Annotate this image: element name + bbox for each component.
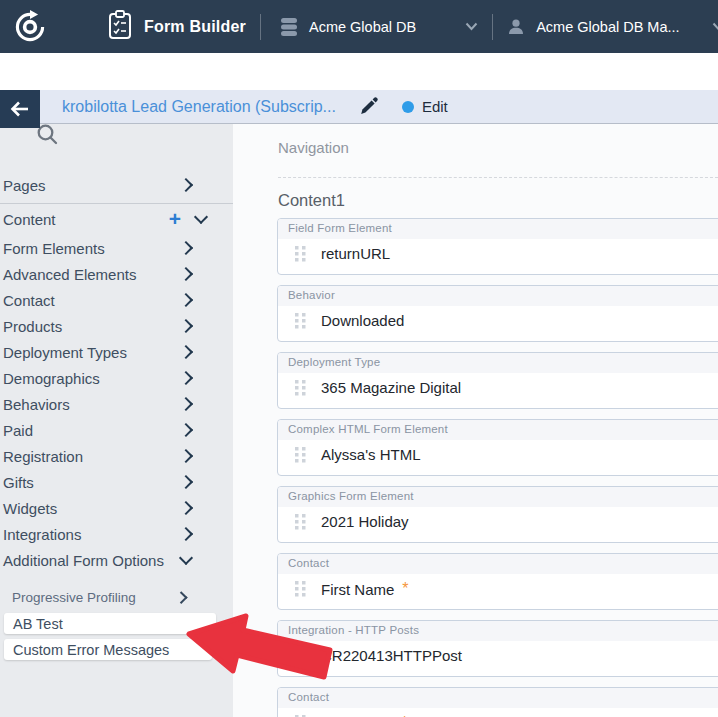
card-value: CR220413HTTPPost <box>321 647 462 664</box>
card-category: Graphics Form Element <box>278 487 718 507</box>
drag-handle-icon[interactable] <box>295 447 306 463</box>
sidebar-item-content[interactable]: Content + <box>0 206 233 232</box>
sidebar-item-label: AB Test <box>13 616 63 632</box>
chevron-right-icon <box>179 241 193 255</box>
sidebar-item-behaviors[interactable]: Behaviors <box>0 391 233 417</box>
drag-handle-icon[interactable] <box>295 380 306 396</box>
sidebar-item-label: Behaviors <box>3 396 70 413</box>
form-element-card-2021-holiday[interactable]: Graphics Form Element 2021 Holiday <box>277 486 718 543</box>
sidebar-divider <box>0 203 233 204</box>
card-category: Field Form Element <box>278 219 718 239</box>
drag-handle-icon[interactable] <box>295 246 306 262</box>
sidebar-item-label: Paid <box>3 422 33 439</box>
sidebar-item-gifts[interactable]: Gifts <box>0 469 233 495</box>
user-icon <box>507 18 525 36</box>
card-category: Contact <box>278 554 718 574</box>
card-category: Complex HTML Form Element <box>278 420 718 440</box>
form-element-card-first-name[interactable]: Contact First Name * <box>277 553 718 610</box>
card-value: Alyssa's HTML <box>321 446 421 463</box>
edit-status-dot <box>402 101 414 113</box>
sidebar-item-products[interactable]: Products <box>0 313 233 339</box>
chevron-right-icon <box>179 423 193 437</box>
chevron-right-icon <box>179 345 193 359</box>
database-chevron-down-icon[interactable] <box>465 22 478 31</box>
card-category: Deployment Type <box>278 353 718 373</box>
app-title: Form Builder <box>144 18 246 36</box>
page-header: krobilotta Lead Generation (Subscrip... … <box>0 90 718 124</box>
sidebar-item-contact[interactable]: Contact <box>0 287 233 313</box>
sidebar-content-list: Form Elements Advanced Elements Contact … <box>0 235 233 573</box>
drag-handle-icon[interactable] <box>295 313 306 329</box>
form-element-card-last-name[interactable]: Contact Last Name * <box>277 687 718 717</box>
sidebar-item-label: Content <box>3 211 56 228</box>
database-selector[interactable]: Acme Global DB <box>280 17 416 37</box>
chevron-right-icon <box>179 371 193 385</box>
card-value: First Name <box>321 581 394 598</box>
drag-handle-icon[interactable] <box>295 514 306 530</box>
form-element-card-downloaded[interactable]: Behavior Downloaded <box>277 285 718 342</box>
chevron-right-icon <box>179 178 193 192</box>
sidebar-item-label: Advanced Elements <box>3 266 136 283</box>
sidebar-item-label: Products <box>3 318 62 335</box>
topbar: Form Builder Acme Global DB Acme Global … <box>0 0 718 53</box>
sidebar-item-form-elements[interactable]: Form Elements <box>0 235 233 261</box>
card-value: returnURL <box>321 245 390 262</box>
card-category: Contact <box>278 688 718 708</box>
topbar-divider <box>492 14 493 40</box>
sidebar-item-registration[interactable]: Registration <box>0 443 233 469</box>
chevron-right-icon <box>179 267 193 281</box>
topbar-divider <box>260 14 261 40</box>
user-selector-label: Acme Global DB Ma... <box>536 19 679 35</box>
sidebar-item-widgets[interactable]: Widgets <box>0 495 233 521</box>
sidebar-item-paid[interactable]: Paid <box>0 417 233 443</box>
card-category: Behavior <box>278 286 718 306</box>
drag-handle-icon[interactable] <box>295 581 306 597</box>
edit-pencil-icon[interactable] <box>358 97 378 117</box>
user-selector[interactable]: Acme Global DB Ma... <box>507 18 679 36</box>
back-button[interactable] <box>0 90 40 128</box>
sidebar-item-label: Progressive Profiling <box>12 590 136 605</box>
database-icon <box>280 17 298 37</box>
form-builder-icon <box>108 10 132 44</box>
sidebar-item-label: Widgets <box>3 500 57 517</box>
chevron-right-icon <box>179 293 193 307</box>
sidebar-item-deployment-types[interactable]: Deployment Types <box>0 339 233 365</box>
form-element-card-returnurl[interactable]: Field Form Element returnURL <box>277 218 718 275</box>
edit-status-label: Edit <box>422 98 448 115</box>
drag-handle-icon[interactable] <box>295 648 306 664</box>
add-content-icon[interactable]: + <box>169 209 181 229</box>
app-logo-icon[interactable] <box>12 9 48 45</box>
sidebar-item-demographics[interactable]: Demographics <box>0 365 233 391</box>
sidebar-item-label: Demographics <box>3 370 100 387</box>
search-icon[interactable] <box>36 132 59 149</box>
section-title: Navigation <box>278 139 349 156</box>
sidebar-item-custom-error-messages[interactable]: Custom Error Messages <box>4 639 212 660</box>
sidebar-item-label: Contact <box>3 292 55 309</box>
sidebar-item-label: Registration <box>3 448 83 465</box>
form-element-card-http-post[interactable]: Integration - HTTP Posts CR220413HTTPPos… <box>277 620 718 677</box>
user-chevron-down-icon[interactable] <box>712 22 718 31</box>
sidebar-item-label: Gifts <box>3 474 34 491</box>
chevron-right-icon <box>179 319 193 333</box>
chevron-right-icon <box>175 591 187 603</box>
database-selector-label: Acme Global DB <box>309 19 416 35</box>
sidebar-item-progressive-profiling[interactable]: Progressive Profiling <box>0 585 233 609</box>
card-category: Integration - HTTP Posts <box>278 621 718 641</box>
sidebar-item-integrations[interactable]: Integrations <box>0 521 233 547</box>
form-title[interactable]: krobilotta Lead Generation (Subscrip... <box>62 98 336 116</box>
card-value: 2021 Holiday <box>321 513 409 530</box>
sidebar-item-pages[interactable]: Pages <box>0 172 233 198</box>
sidebar: Pages Content + Form Elements Advanced E… <box>0 123 233 717</box>
form-element-card-alyssas-html[interactable]: Complex HTML Form Element Alyssa's HTML <box>277 419 718 476</box>
chevron-right-icon <box>179 475 193 489</box>
sidebar-item-label: Pages <box>3 177 46 194</box>
form-element-card-365-magazine-digital[interactable]: Deployment Type 365 Magazine Digital <box>277 352 718 409</box>
arrow-left-icon <box>9 100 31 118</box>
form-canvas: Navigation Content1 Field Form Element r… <box>233 123 718 717</box>
sidebar-item-label: Integrations <box>3 526 81 543</box>
sidebar-item-additional-form-options[interactable]: Additional Form Options <box>0 547 233 573</box>
sidebar-item-label: Custom Error Messages <box>13 642 169 658</box>
required-marker: * <box>402 580 408 598</box>
sidebar-item-advanced-elements[interactable]: Advanced Elements <box>0 261 233 287</box>
sidebar-item-ab-test[interactable]: AB Test <box>4 613 216 634</box>
